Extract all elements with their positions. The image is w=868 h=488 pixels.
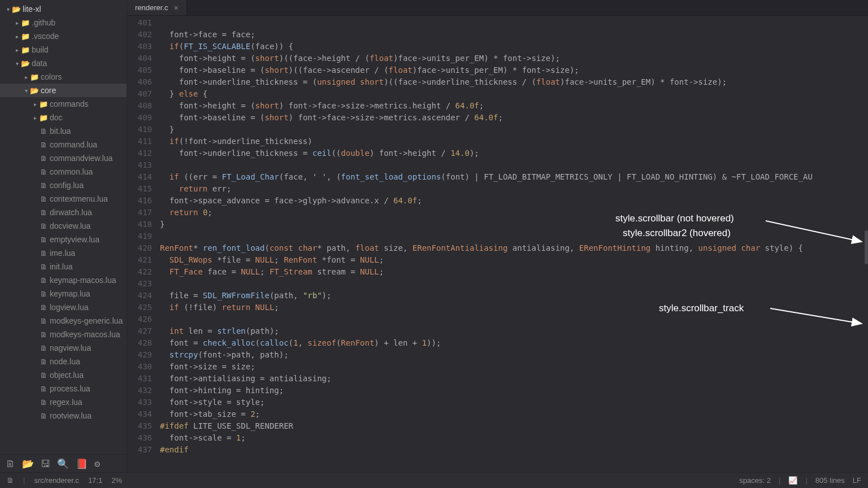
code-line[interactable]: int len = strlen(path);	[160, 325, 868, 337]
tree-item-rootview-lua[interactable]: 🗎rootview.lua	[0, 409, 127, 422]
tree-item-doc[interactable]: ▸📁doc	[0, 111, 127, 124]
code-line[interactable]: font->height = (short) font->face->size-…	[160, 100, 868, 112]
tree-item-keymap-lua[interactable]: 🗎keymap.lua	[0, 287, 127, 300]
code-line[interactable]: if (!file) return NULL;	[160, 302, 868, 313]
settings-icon[interactable]: ⚙	[94, 458, 100, 469]
line-number: 432	[127, 385, 152, 396]
code-line[interactable]: RenFont* ren_font_load(const char* path,…	[160, 242, 868, 254]
file-icon: 🗎	[38, 154, 49, 163]
file-icon: 🗎	[38, 222, 49, 230]
tree-item-modkeys-macos-lua[interactable]: 🗎modkeys-macos.lua	[0, 328, 127, 341]
file-icon: 🗎	[38, 276, 49, 285]
tree-item-label: data	[32, 59, 47, 68]
tree-item-init-lua[interactable]: 🗎init.lua	[0, 260, 127, 273]
tree-item-common-lua[interactable]: 🗎common.lua	[0, 165, 127, 178]
tree-item-ime-lua[interactable]: 🗎ime.lua	[0, 246, 127, 260]
tree-item-lite-xl[interactable]: ▾📂lite-xl	[0, 2, 127, 16]
code-line[interactable]: font->space_advance = face->glyph->advan…	[160, 195, 868, 207]
tree-item-process-lua[interactable]: 🗎process.lua	[0, 382, 127, 395]
code-line[interactable]: #ifdef LITE_USE_SDL_RENDERER	[160, 420, 868, 432]
code-line[interactable]: } else {	[160, 88, 868, 100]
line-number: 437	[127, 444, 152, 456]
code-line[interactable]: font = check_alloc(calloc(1, sizeof(RenF…	[160, 337, 868, 349]
status-path[interactable]: src/renderer.c	[34, 476, 79, 485]
code-line[interactable]: strcpy(font->path, path);	[160, 349, 868, 361]
code-line[interactable]: if ((err = FT_Load_Char(face, ' ', (font…	[160, 171, 868, 183]
tree-item-colors[interactable]: ▸📁colors	[0, 70, 127, 84]
line-number: 415	[127, 183, 152, 195]
code-line[interactable]: font->antialiasing = antialiasing;	[160, 373, 868, 385]
code-line[interactable]: font->size = size;	[160, 361, 868, 373]
line-number: 423	[127, 278, 152, 290]
tree-item-command-lua[interactable]: 🗎command.lua	[0, 138, 127, 151]
code-line[interactable]: font->style = style;	[160, 396, 868, 408]
code-line[interactable]: #endif	[160, 444, 868, 456]
code-line[interactable]: font->tab_size = 2;	[160, 408, 868, 420]
tree-item-modkeys-generic-lua[interactable]: 🗎modkeys-generic.lua	[0, 314, 127, 328]
new-file-icon[interactable]: 🗎	[6, 458, 15, 469]
search-icon[interactable]: 🔍	[57, 458, 69, 469]
code-line[interactable]	[160, 313, 868, 325]
code-line[interactable]	[160, 17, 868, 29]
chevron-down-icon: ▾	[14, 60, 20, 67]
scrollbar-thumb[interactable]	[865, 230, 868, 264]
file-icon: 🗎	[38, 412, 49, 420]
graph-icon[interactable]: 📈	[788, 476, 797, 485]
code-line[interactable]: font->underline_thickness = (unsigned sh…	[160, 76, 868, 88]
line-number: 421	[127, 254, 152, 266]
code-view[interactable]: 4014024034044054064074084094104114124134…	[127, 16, 868, 472]
code-line[interactable]: return err;	[160, 183, 868, 195]
tree-item-docview-lua[interactable]: 🗎docview.lua	[0, 219, 127, 233]
line-number: 430	[127, 361, 152, 373]
code-line[interactable]	[160, 278, 868, 290]
code-line[interactable]: font->height = (short)((face->height / (…	[160, 53, 868, 64]
code-line[interactable]: SDL_RWops *file = NULL; RenFont *font = …	[160, 254, 868, 266]
code-line[interactable]: file = SDL_RWFromFile(path, "rb");	[160, 290, 868, 302]
tab-renderer-c[interactable]: renderer.c ×	[127, 0, 187, 15]
tree-item-contextmenu-lua[interactable]: 🗎contextmenu.lua	[0, 192, 127, 206]
save-icon[interactable]: 🖫	[41, 458, 50, 469]
code-line[interactable]: }	[160, 219, 868, 230]
code-line[interactable]: }	[160, 124, 868, 136]
code-line[interactable]: font->scale = 1;	[160, 432, 868, 444]
tree-item-commands[interactable]: ▸📁commands	[0, 97, 127, 111]
tree-item-regex-lua[interactable]: 🗎regex.lua	[0, 395, 127, 409]
book-icon[interactable]: 📕	[76, 458, 88, 469]
status-spaces[interactable]: spaces: 2	[739, 476, 771, 485]
code-line[interactable]: FT_Face face = NULL; FT_Stream stream = …	[160, 266, 868, 278]
status-eol[interactable]: LF	[853, 476, 861, 485]
close-icon[interactable]: ×	[174, 3, 179, 12]
file-tree[interactable]: ▾📂lite-xl▸📁.github▸📁.vscode▸📁build▾📂data…	[0, 0, 127, 454]
tree-item-bit-lua[interactable]: 🗎bit.lua	[0, 124, 127, 138]
code-line[interactable]	[160, 159, 868, 171]
tree-item-dirwatch-lua[interactable]: 🗎dirwatch.lua	[0, 206, 127, 219]
code-line[interactable]: font->hinting = hinting;	[160, 385, 868, 396]
code-line[interactable]: return 0;	[160, 207, 868, 219]
tree-item-config-lua[interactable]: 🗎config.lua	[0, 178, 127, 192]
chevron-down-icon: ▾	[5, 6, 11, 12]
tree-item-data[interactable]: ▾📂data	[0, 56, 127, 70]
code-line[interactable]: font->baseline = (short) font->face->siz…	[160, 112, 868, 124]
tree-item--vscode[interactable]: ▸📁.vscode	[0, 29, 127, 43]
line-number: 404	[127, 53, 152, 64]
code-line[interactable]: font->face = face;	[160, 29, 868, 41]
tree-item-node-lua[interactable]: 🗎node.lua	[0, 355, 127, 368]
code-line[interactable]: font->underline_thickness = ceil((double…	[160, 147, 868, 159]
code-line[interactable]: font->baseline = (short)((face->ascender…	[160, 64, 868, 76]
tree-item-core[interactable]: ▾📂core	[0, 84, 127, 97]
file-icon: 🗎	[38, 208, 49, 217]
tree-item--github[interactable]: ▸📁.github	[0, 16, 127, 29]
code-line[interactable]: if(!font->underline_thickness)	[160, 136, 868, 147]
tree-item-nagview-lua[interactable]: 🗎nagview.lua	[0, 341, 127, 355]
tree-item-keymap-macos-lua[interactable]: 🗎keymap-macos.lua	[0, 273, 127, 287]
open-folder-icon[interactable]: 📂	[22, 458, 34, 469]
tree-item-emptyview-lua[interactable]: 🗎emptyview.lua	[0, 233, 127, 246]
code-line[interactable]: if(FT_IS_SCALABLE(face)) {	[160, 41, 868, 53]
tree-item-object-lua[interactable]: 🗎object.lua	[0, 368, 127, 382]
tree-item-commandview-lua[interactable]: 🗎commandview.lua	[0, 151, 127, 165]
code-line[interactable]	[160, 230, 868, 242]
tree-item-logview-lua[interactable]: 🗎logview.lua	[0, 300, 127, 314]
code-lines[interactable]: font->face = face; if(FT_IS_SCALABLE(fac…	[160, 16, 868, 472]
chevron-right-icon: ▸	[23, 74, 29, 80]
tree-item-build[interactable]: ▸📁build	[0, 43, 127, 56]
